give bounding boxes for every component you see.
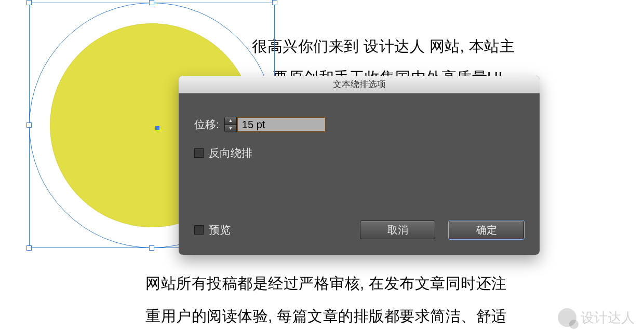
handle-ml[interactable] xyxy=(26,122,32,128)
dialog-bottom-row: 预览 取消 确定 xyxy=(194,221,524,239)
offset-row: 位移: ▲ ▼ xyxy=(194,117,524,132)
anchor-indicator xyxy=(155,126,159,130)
dialog-body: 位移: ▲ ▼ 反向绕排 预览 取消 确定 xyxy=(179,93,540,255)
handle-bl[interactable] xyxy=(26,245,32,251)
dialog-buttons: 取消 确定 xyxy=(360,221,524,239)
handle-tr[interactable] xyxy=(272,0,277,5)
invert-wrap-checkbox[interactable] xyxy=(194,148,204,158)
stepper-down-button[interactable]: ▼ xyxy=(224,125,237,133)
dialog-title: 文本绕排选项 xyxy=(333,78,386,90)
preview-row: 预览 xyxy=(194,223,231,237)
stepper-arrows: ▲ ▼ xyxy=(224,117,237,132)
handle-bc[interactable] xyxy=(149,245,154,251)
preview-checkbox[interactable] xyxy=(194,225,204,235)
preview-label: 预览 xyxy=(209,223,231,237)
invert-wrap-label: 反向绕排 xyxy=(209,146,252,160)
watermark-text: 设计达人 xyxy=(581,309,635,327)
offset-label: 位移: xyxy=(194,117,219,132)
wechat-icon xyxy=(558,308,576,327)
stepper-up-button[interactable]: ▲ xyxy=(224,117,237,125)
offset-input[interactable] xyxy=(237,117,326,132)
handle-tc[interactable] xyxy=(149,0,154,5)
body-line-3: 网站所有投稿都是经过严格审核, 在发布文章同时还注 xyxy=(145,273,507,294)
handle-tl[interactable] xyxy=(26,0,32,5)
offset-stepper: ▲ ▼ xyxy=(224,117,326,132)
body-line-4: 重用户的阅读体验, 每篇文章的排版都要求简洁、舒适 xyxy=(145,306,507,327)
text-wrap-options-dialog: 文本绕排选项 位移: ▲ ▼ 反向绕排 预览 取消 确定 xyxy=(179,76,540,255)
ok-button[interactable]: 确定 xyxy=(449,221,524,239)
invert-wrap-row: 反向绕排 xyxy=(194,146,524,160)
body-line-1: 很高兴你们来到 设计达人 网站, 本站主 xyxy=(252,36,515,57)
dialog-titlebar[interactable]: 文本绕排选项 xyxy=(179,76,540,93)
cancel-button[interactable]: 取消 xyxy=(360,221,435,239)
watermark: 设计达人 xyxy=(558,308,635,327)
